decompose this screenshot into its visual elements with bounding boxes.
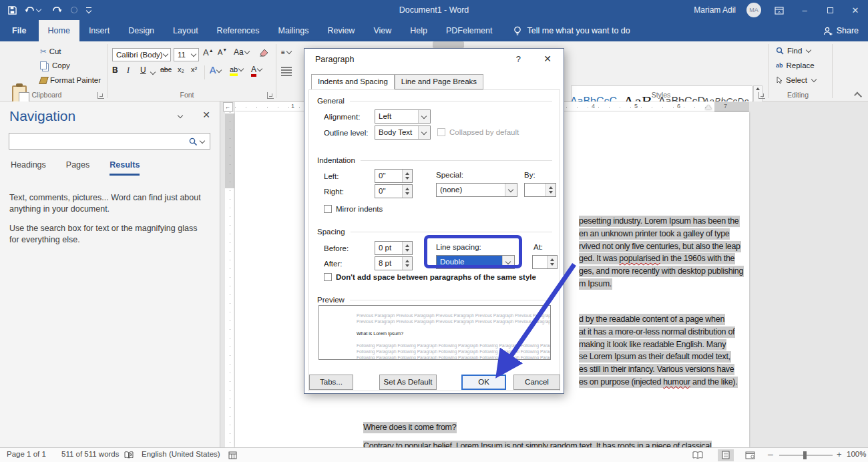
- collapse-ribbon-button[interactable]: [854, 91, 862, 99]
- alignment-select[interactable]: Left: [375, 109, 431, 124]
- tabs-button[interactable]: Tabs...: [309, 375, 353, 390]
- vertical-ruler[interactable]: [225, 112, 234, 447]
- tab-file[interactable]: File: [0, 20, 39, 41]
- search-icon[interactable]: [188, 137, 198, 146]
- title-bar: Document1 - Word Mariam Adil MA – ✕: [0, 0, 868, 20]
- chevron-down-icon[interactable]: [505, 184, 517, 196]
- tab-pdfelement[interactable]: PDFelement: [437, 20, 501, 41]
- tab-design[interactable]: Design: [119, 20, 164, 41]
- superscript-button[interactable]: x²: [191, 65, 197, 73]
- font-dialog-launcher[interactable]: [267, 92, 274, 99]
- word-count[interactable]: 511 of 511 words: [61, 450, 120, 458]
- tab-results[interactable]: Results: [110, 160, 140, 176]
- subscript-button[interactable]: x₂: [178, 65, 184, 73]
- zoom-in-button[interactable]: +: [837, 449, 842, 459]
- special-label: Special:: [436, 171, 463, 179]
- cut-button[interactable]: ✂Cut: [40, 47, 61, 56]
- clear-formatting-button[interactable]: [259, 47, 269, 57]
- bullet-list-button[interactable]: ≡: [281, 47, 294, 57]
- by-spinner[interactable]: [524, 183, 556, 197]
- tab-headings[interactable]: Headings: [11, 160, 46, 176]
- underline-dropdown[interactable]: [150, 68, 158, 77]
- paragraph-2[interactable]: d by the readable content of a page when…: [579, 313, 738, 389]
- clipboard-dialog-launcher[interactable]: [97, 92, 104, 99]
- tab-layout[interactable]: Layout: [164, 20, 208, 41]
- font-size-select[interactable]: 11: [174, 48, 199, 61]
- italic-button[interactable]: I: [127, 65, 130, 75]
- tab-indents-and-spacing[interactable]: Indents and Spacing: [311, 74, 395, 89]
- page-count[interactable]: Page 1 of 1: [7, 450, 46, 458]
- tab-pages[interactable]: Pages: [66, 160, 89, 176]
- clipboard-group-label: Clipboard: [20, 91, 73, 99]
- search-input[interactable]: [9, 137, 188, 146]
- zoom-slider-thumb[interactable]: [803, 451, 807, 459]
- change-case-button[interactable]: Aa: [234, 47, 252, 57]
- zoom-slider[interactable]: [779, 455, 833, 456]
- format-painter-button[interactable]: Format Painter: [40, 76, 101, 84]
- print-layout-button[interactable]: [718, 449, 734, 461]
- tab-line-and-page-breaks[interactable]: Line and Page Breaks: [395, 74, 483, 89]
- eraser-icon: [259, 47, 269, 57]
- ribbon-display-options-button[interactable]: [772, 5, 787, 15]
- highlight-color-button[interactable]: ab: [230, 65, 246, 74]
- tab-help[interactable]: Help: [401, 20, 437, 41]
- outline-level-select[interactable]: Body Text: [375, 126, 431, 140]
- navigation-close-icon[interactable]: ✕: [202, 109, 210, 120]
- tab-view[interactable]: View: [364, 20, 401, 41]
- strikethrough-button[interactable]: abc: [160, 65, 172, 73]
- select-button[interactable]: Select: [776, 76, 819, 84]
- zoom-level[interactable]: 100%: [847, 450, 866, 458]
- set-as-default-button[interactable]: Set As Default: [379, 375, 437, 390]
- text-effects-button[interactable]: A: [210, 65, 224, 75]
- special-select[interactable]: (none): [436, 183, 517, 197]
- dialog-help-icon[interactable]: ?: [516, 54, 521, 64]
- chevron-down-icon[interactable]: [418, 110, 430, 123]
- tab-mailings[interactable]: Mailings: [269, 20, 318, 41]
- bold-button[interactable]: B: [112, 65, 118, 75]
- read-mode-button[interactable]: [692, 451, 703, 459]
- replace-button[interactable]: ab Replace: [776, 61, 815, 69]
- dialog-close-icon[interactable]: ✕: [544, 53, 552, 64]
- restore-button[interactable]: [823, 5, 837, 15]
- paragraph-1[interactable]: pesetting industry. Lorem Ipsum has been…: [579, 215, 744, 290]
- web-layout-button[interactable]: [745, 451, 755, 459]
- share-button[interactable]: Share: [823, 20, 859, 41]
- language-status[interactable]: English (United States): [142, 450, 220, 458]
- shrink-font-button[interactable]: A▼: [218, 47, 227, 56]
- styles-dialog-launcher[interactable]: [758, 92, 765, 99]
- avatar[interactable]: MA: [746, 3, 761, 17]
- right-indent-marker[interactable]: [705, 105, 712, 109]
- paragraph-3[interactable]: Contrary to popular belief, Lorem Ipsum …: [363, 440, 712, 447]
- chevron-down-icon[interactable]: [418, 126, 430, 139]
- tell-me-box[interactable]: Tell me what you want to do: [501, 20, 630, 41]
- find-button[interactable]: Find: [776, 47, 813, 55]
- share-person-icon: [823, 27, 833, 35]
- zoom-out-button[interactable]: –: [768, 449, 773, 459]
- align-left-button[interactable]: [281, 67, 292, 76]
- close-button[interactable]: ✕: [848, 5, 863, 15]
- underline-button[interactable]: U: [140, 65, 146, 75]
- tab-insert[interactable]: Insert: [79, 20, 119, 41]
- macro-record-icon[interactable]: [228, 451, 237, 459]
- tab-review[interactable]: Review: [318, 20, 364, 41]
- copy-button[interactable]: Copy: [40, 61, 70, 69]
- search-box[interactable]: [9, 133, 210, 150]
- indent-left-spinner[interactable]: 0": [375, 169, 413, 183]
- search-icon: [776, 47, 784, 55]
- minimize-button[interactable]: –: [797, 5, 812, 15]
- font-color-button[interactable]: A: [251, 65, 264, 74]
- user-name[interactable]: Mariam Adil: [694, 5, 736, 15]
- tab-home[interactable]: Home: [39, 20, 79, 41]
- tab-selector[interactable]: ⌐: [223, 102, 233, 111]
- after-spinner[interactable]: 8 pt: [375, 256, 413, 270]
- grow-font-button[interactable]: A▲: [203, 47, 214, 57]
- navigation-menu-chevron-icon[interactable]: [178, 113, 183, 118]
- mirror-indents-checkbox[interactable]: Mirror indents: [324, 205, 383, 213]
- font-name-select[interactable]: Calibri (Body): [112, 48, 171, 61]
- proofing-errors-icon[interactable]: [124, 451, 134, 459]
- search-options-chevron-icon[interactable]: [200, 138, 205, 143]
- heading-where-from[interactable]: Where does it come from?: [363, 421, 457, 434]
- tab-references[interactable]: References: [208, 20, 269, 41]
- before-spinner[interactable]: 0 pt: [375, 241, 413, 255]
- indent-right-spinner[interactable]: 0": [375, 184, 413, 198]
